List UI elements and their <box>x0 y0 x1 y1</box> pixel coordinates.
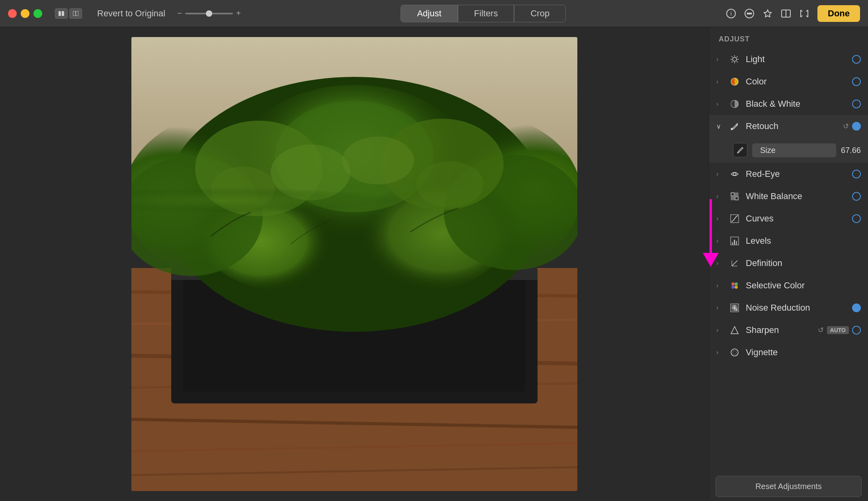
info-button[interactable]: i <box>726 8 736 19</box>
chevron-right-icon: › <box>716 327 723 334</box>
adjust-item-noise-reduction[interactable]: › Noise Reduction <box>709 297 868 319</box>
close-button[interactable] <box>8 9 17 18</box>
retouch-size-value: 67.66 <box>841 146 861 155</box>
svg-rect-77 <box>736 309 737 311</box>
red-eye-indicator[interactable] <box>852 170 861 178</box>
svg-line-48 <box>737 61 737 62</box>
tab-filters[interactable]: Filters <box>458 5 514 22</box>
noise-reduction-icon <box>729 302 740 313</box>
svg-rect-73 <box>734 307 735 309</box>
adjust-item-curves[interactable]: › Curves <box>709 207 868 230</box>
retouch-row[interactable]: ∨ Retouch ↺ <box>709 115 868 137</box>
svg-rect-69 <box>732 305 733 307</box>
adjust-item-definition[interactable]: › Definition <box>709 252 868 274</box>
vignette-label: Vignette <box>746 347 855 358</box>
window-controls <box>55 8 82 19</box>
levels-label: Levels <box>746 236 855 246</box>
light-indicator[interactable] <box>852 55 861 64</box>
bw-indicator[interactable] <box>852 100 861 108</box>
retouch-label: Retouch <box>746 121 837 131</box>
image-area <box>0 27 709 501</box>
definition-label: Definition <box>746 258 855 268</box>
minimize-button[interactable] <box>21 9 29 18</box>
retouch-undo-icon[interactable]: ↺ <box>843 122 849 131</box>
sharpen-undo-icon[interactable]: ↺ <box>818 326 824 335</box>
svg-line-47 <box>732 57 733 57</box>
retouch-size-label: Size <box>752 143 836 157</box>
adjust-item-sharpen[interactable]: › Sharpen ↺ AUTO <box>709 319 868 341</box>
svg-point-9 <box>751 13 752 14</box>
sharpen-indicator[interactable] <box>852 326 861 335</box>
favorites-button[interactable] <box>762 8 773 19</box>
tab-adjust[interactable]: Adjust <box>401 5 457 22</box>
white-balance-indicator[interactable] <box>852 192 861 201</box>
color-indicator[interactable] <box>852 77 861 86</box>
svg-rect-1 <box>62 11 64 16</box>
chevron-right-icon: › <box>716 215 723 222</box>
svg-rect-70 <box>734 305 735 307</box>
selective-color-label: Selective Color <box>746 280 855 291</box>
svg-rect-56 <box>735 193 738 196</box>
view-single-button[interactable] <box>55 8 68 19</box>
black-white-label: Black & White <box>746 99 846 109</box>
svg-point-7 <box>747 13 749 14</box>
adjust-item-black-white[interactable]: › Black & White <box>709 93 868 115</box>
sharpen-indicator-area: ↺ AUTO <box>818 326 861 335</box>
light-indicator-area <box>852 55 861 64</box>
noise-reduction-indicator[interactable] <box>852 303 861 312</box>
retouch-indicator-area: ↺ <box>843 122 861 131</box>
svg-rect-75 <box>732 309 733 311</box>
photo-container <box>8 35 701 493</box>
curves-indicator-area <box>852 214 861 223</box>
titlebar: Revert to Original − + Adjust Filters Cr… <box>0 0 868 27</box>
svg-point-66 <box>731 286 735 289</box>
retouch-icon <box>729 121 740 132</box>
more-button[interactable] <box>744 8 755 19</box>
chevron-right-icon: › <box>716 304 723 311</box>
adjust-item-levels[interactable]: › Levels <box>709 230 868 252</box>
fullscreen-button[interactable] <box>33 9 42 18</box>
reset-adjustments-button[interactable]: Reset Adjustments <box>716 476 862 497</box>
chevron-right-icon: › <box>716 282 723 289</box>
compare-button[interactable] <box>781 8 791 19</box>
sharpen-auto-badge: AUTO <box>827 326 849 334</box>
done-button[interactable]: Done <box>817 5 860 22</box>
definition-icon <box>729 258 740 269</box>
tab-crop[interactable]: Crop <box>514 5 566 22</box>
black-white-icon <box>729 98 740 110</box>
zoom-minus-icon: − <box>177 9 182 18</box>
curves-icon <box>729 213 740 224</box>
adjust-item-retouch[interactable]: ∨ Retouch ↺ <box>709 115 868 163</box>
adjust-item-white-balance[interactable]: › White Balance <box>709 185 868 207</box>
chevron-right-icon: › <box>716 56 723 63</box>
adjust-item-vignette[interactable]: › Vignette <box>709 341 868 364</box>
adjust-item-light[interactable]: › Light <box>709 48 868 70</box>
revert-button[interactable]: Revert to Original <box>92 6 171 21</box>
zoom-plus-icon: + <box>236 9 241 18</box>
panel-header: ADJUST <box>709 27 868 48</box>
light-label: Light <box>746 54 846 65</box>
svg-point-79 <box>731 349 738 356</box>
svg-point-42 <box>733 57 737 61</box>
svg-rect-63 <box>736 241 737 245</box>
right-actions: i Done <box>726 5 860 22</box>
svg-line-50 <box>732 61 733 62</box>
svg-rect-61 <box>732 242 733 245</box>
svg-rect-0 <box>59 11 61 16</box>
curves-indicator[interactable] <box>852 214 861 223</box>
view-split-button[interactable] <box>69 8 82 19</box>
transform-button[interactable] <box>799 8 809 19</box>
chevron-right-icon: › <box>716 193 723 200</box>
adjust-item-red-eye[interactable]: › Red-Eye <box>709 163 868 185</box>
adjust-item-color[interactable]: › Color <box>709 70 868 93</box>
svg-text:i: i <box>730 10 731 17</box>
svg-point-53 <box>731 128 733 130</box>
retouch-indicator[interactable] <box>852 122 861 131</box>
chevron-right-icon: › <box>716 170 723 178</box>
svg-point-36 <box>342 137 414 184</box>
adjust-item-selective-color[interactable]: › Selective Color <box>709 274 868 297</box>
zoom-slider[interactable] <box>185 13 233 14</box>
red-eye-indicator-area <box>852 170 861 178</box>
svg-marker-78 <box>731 327 738 334</box>
svg-point-67 <box>735 286 738 289</box>
